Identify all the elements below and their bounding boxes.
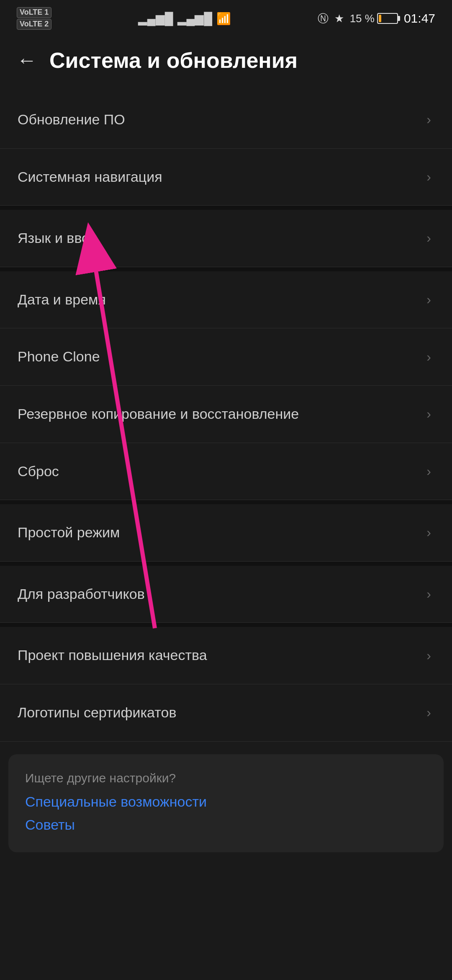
signal-bar-1: ▂▄▆█ [138, 12, 173, 26]
menu-item-label-language-input: Язык и ввод [18, 228, 426, 248]
page-title: Система и обновления [49, 48, 298, 73]
bottom-link-tips[interactable]: Советы [25, 817, 427, 833]
menu-item-label-phone-clone: Phone Clone [18, 347, 426, 367]
menu-item-phone-clone[interactable]: Phone Clone› [0, 328, 452, 386]
bottom-link-accessibility[interactable]: Специальные возможности [25, 794, 427, 810]
menu-item-label-developer-options: Для разработчиков [18, 584, 426, 604]
volte1-badge: VoLTE 1 [17, 7, 51, 18]
volte2-badge: VoLTE 2 [17, 19, 51, 30]
chevron-icon-simple-mode: › [426, 525, 431, 540]
separator-1 [0, 206, 452, 210]
menu-item-label-software-update: Обновление ПО [18, 110, 426, 130]
menu-item-label-system-nav: Системная навигация [18, 167, 426, 187]
chevron-icon-reset: › [426, 464, 431, 479]
battery-icon [377, 13, 398, 24]
battery-fill [379, 15, 381, 22]
signal-bar-2: ▂▄▆█ [177, 12, 213, 26]
chevron-icon-system-nav: › [426, 169, 431, 185]
menu-item-backup-restore[interactable]: Резервное копирование и восстановление› [0, 386, 452, 443]
separator-6 [0, 500, 452, 504]
page-header: ← Система и обновления [0, 34, 452, 87]
back-button[interactable]: ← [13, 46, 41, 75]
status-right: Ⓝ ★ 15 % 01:47 [318, 11, 435, 26]
menu-item-cert-logos[interactable]: Логотипы сертификатов› [0, 684, 452, 742]
chevron-icon-cert-logos: › [426, 705, 431, 720]
chevron-icon-software-update: › [426, 112, 431, 127]
menu-item-reset[interactable]: Сброс› [0, 443, 452, 500]
battery-percent: 15 % [350, 12, 375, 25]
menu-item-label-cert-logos: Логотипы сертификатов [18, 703, 426, 723]
menu-item-label-simple-mode: Простой режим [18, 523, 426, 543]
menu-item-label-date-time: Дата и время [18, 290, 426, 310]
bluetooth-icon: ★ [334, 12, 344, 25]
status-bar: VoLTE 1 VoLTE 2 ▂▄▆█ ▂▄▆█ 📶 Ⓝ ★ 15 % 01:… [0, 0, 452, 34]
bottom-card-title: Ищете другие настройки? [25, 771, 427, 785]
menu-item-quality-project[interactable]: Проект повышения качества› [0, 627, 452, 684]
chevron-icon-quality-project: › [426, 648, 431, 663]
battery-indicator: 15 % [350, 12, 398, 25]
menu-item-date-time[interactable]: Дата и время› [0, 271, 452, 329]
bottom-card: Ищете другие настройки? Специальные возм… [8, 754, 444, 852]
menu-item-software-update[interactable]: Обновление ПО› [0, 91, 452, 149]
wifi-icon: 📶 [216, 12, 231, 26]
menu-item-language-input[interactable]: Язык и ввод› [0, 210, 452, 267]
signal-icons: ▂▄▆█ ▂▄▆█ 📶 [138, 12, 231, 26]
menu-item-label-backup-restore: Резервное копирование и восстановление [18, 404, 426, 424]
menu-item-label-quality-project: Проект повышения качества [18, 645, 426, 665]
time-display: 01:47 [404, 11, 435, 26]
menu-list: Обновление ПО›Системная навигация›Язык и… [0, 91, 452, 742]
chevron-icon-date-time: › [426, 292, 431, 307]
menu-item-label-reset: Сброс [18, 462, 426, 482]
chevron-icon-developer-options: › [426, 586, 431, 602]
status-left: VoLTE 1 VoLTE 2 [17, 7, 51, 29]
chevron-icon-language-input: › [426, 230, 431, 246]
chevron-icon-backup-restore: › [426, 406, 431, 422]
menu-item-developer-options[interactable]: Для разработчиков› [0, 566, 452, 623]
separator-2 [0, 267, 452, 271]
nfc-icon: Ⓝ [318, 11, 329, 26]
separator-8 [0, 623, 452, 627]
menu-item-system-nav[interactable]: Системная навигация› [0, 149, 452, 206]
separator-7 [0, 562, 452, 566]
menu-item-simple-mode[interactable]: Простой режим› [0, 504, 452, 562]
chevron-icon-phone-clone: › [426, 349, 431, 365]
